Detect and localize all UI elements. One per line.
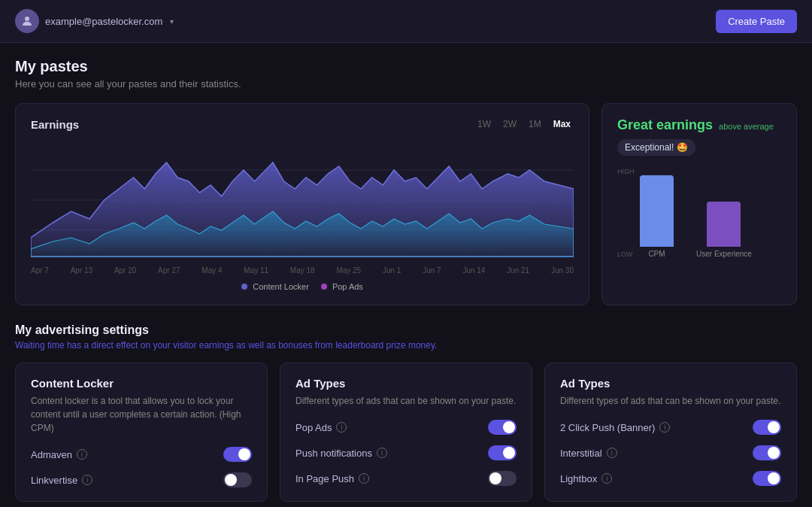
in-page-push-label: In Page Push i	[295, 473, 369, 484]
admaven-toggle[interactable]	[223, 447, 252, 462]
header-email: example@pastelocker.com	[45, 16, 162, 27]
chevron-down-icon[interactable]: ▾	[170, 17, 174, 26]
admaven-label: Admaven i	[31, 449, 87, 460]
interstitial-label: Interstitial i	[560, 448, 617, 459]
great-earnings-header: Great earnings above average	[617, 117, 781, 133]
main-content: My pastes Here you can see all your past…	[0, 43, 812, 507]
section-title: My advertising settings	[15, 323, 797, 337]
pop-ads-toggle[interactable]	[488, 420, 517, 435]
push-notifications-label: Push notifications i	[295, 448, 387, 459]
interstitial-toggle[interactable]	[753, 445, 781, 460]
earnings-right-card: Great earnings above average Exceptional…	[601, 103, 797, 305]
ad-types-1-title: Ad Types	[295, 377, 517, 390]
content-locker-desc: Content locker is a tool that allows you…	[31, 394, 252, 435]
ad-types-1-desc: Different types of ads that can be shown…	[295, 394, 517, 408]
above-average-badge: above average	[719, 122, 774, 131]
header: example@pastelocker.com ▾ Create Paste	[0, 0, 812, 43]
admaven-info-icon[interactable]: i	[77, 449, 87, 460]
content-locker-title: Content Locker	[31, 377, 252, 390]
section-subtitle: Waiting time has a direct effect on your…	[15, 340, 797, 351]
filter-2w[interactable]: 2W	[500, 117, 520, 131]
2click-push-toggle[interactable]	[753, 420, 781, 435]
bar-cpm-column: CPM	[640, 175, 674, 258]
content-locker-card: Content Locker Content locker is a tool …	[15, 363, 268, 502]
filter-max[interactable]: Max	[550, 117, 574, 131]
filter-1w[interactable]: 1W	[474, 117, 494, 131]
exceptional-badge: Exceptional! 🤩	[617, 139, 695, 156]
chart-dates: Apr 7 Apr 13 Apr 20 Apr 27 May 4 May 11 …	[31, 266, 574, 275]
lightbox-toggle[interactable]	[753, 471, 781, 486]
ad-types-2-title: Ad Types	[560, 377, 781, 390]
in-page-push-toggle[interactable]	[488, 471, 517, 486]
lightbox-toggle-row: Lightbox i	[560, 471, 781, 486]
legend-content-locker: Content Locker	[241, 282, 309, 291]
bar-ux-column: User Experience	[696, 202, 752, 258]
filter-1m[interactable]: 1M	[526, 117, 544, 131]
pop-ads-info-icon[interactable]: i	[336, 422, 347, 433]
bar-ux-label: User Experience	[696, 250, 752, 258]
legend-dot-pop-ads	[321, 284, 327, 290]
interstitial-toggle-row: Interstitial i	[560, 445, 781, 460]
charts-row: Earnings 1W 2W 1M Max	[15, 103, 797, 305]
bar-cpm-label: CPM	[648, 250, 665, 258]
ad-types-card-2: Ad Types Different types of ads that can…	[544, 363, 797, 502]
push-notifications-toggle[interactable]	[488, 445, 517, 460]
time-filters: 1W 2W 1M Max	[474, 117, 574, 131]
bar-cpm	[640, 175, 674, 247]
lightbox-label: Lightbox i	[560, 473, 612, 484]
header-left: example@pastelocker.com ▾	[15, 9, 174, 33]
bar-chart-area: HIGH LOW CPM User Experience	[617, 168, 781, 273]
pop-ads-toggle-row: Pop Ads i	[295, 420, 517, 435]
2click-push-toggle-row: 2 Click Push (Banner) i	[560, 420, 781, 435]
interstitial-info-icon[interactable]: i	[607, 448, 617, 458]
2click-push-label: 2 Click Push (Banner) i	[560, 422, 670, 433]
earnings-card: Earnings 1W 2W 1M Max	[15, 103, 589, 305]
linkvertise-toggle[interactable]	[223, 472, 252, 487]
chart-legend: Content Locker Pop Ads	[31, 282, 574, 291]
ad-types-card-1: Ad Types Different types of ads that can…	[280, 363, 532, 502]
push-notifications-toggle-row: Push notifications i	[295, 445, 517, 460]
in-page-push-info-icon[interactable]: i	[359, 473, 369, 484]
settings-row: Content Locker Content locker is a tool …	[15, 363, 797, 502]
admaven-toggle-row: Admaven i	[31, 447, 252, 462]
legend-pop-ads: Pop Ads	[321, 282, 363, 291]
linkvertise-label: Linkvertise i	[31, 475, 92, 486]
lightbox-info-icon[interactable]: i	[601, 473, 612, 484]
earnings-chart-area	[31, 140, 574, 260]
create-paste-button[interactable]: Create Paste	[716, 10, 797, 33]
linkvertise-info-icon[interactable]: i	[82, 475, 92, 485]
in-page-push-toggle-row: In Page Push i	[295, 471, 517, 486]
bar-ux	[707, 202, 741, 247]
page-subtitle: Here you can see all your pastes and the…	[15, 78, 797, 90]
2click-push-info-icon[interactable]: i	[659, 422, 670, 433]
avatar	[15, 9, 39, 33]
pop-ads-label: Pop Ads i	[295, 422, 347, 433]
ad-types-2-desc: Different types of ads that can be shown…	[560, 394, 781, 408]
earnings-title: Earnings	[31, 118, 79, 131]
linkvertise-toggle-row: Linkvertise i	[31, 472, 252, 487]
bar-y-labels: HIGH LOW	[617, 168, 635, 273]
earnings-header: Earnings 1W 2W 1M Max	[31, 117, 574, 131]
great-earnings-title: Great earnings	[617, 117, 713, 133]
legend-dot-content-locker	[241, 284, 247, 290]
svg-point-0	[25, 17, 29, 21]
page-title: My pastes	[15, 58, 797, 75]
push-notifications-info-icon[interactable]: i	[377, 448, 387, 458]
